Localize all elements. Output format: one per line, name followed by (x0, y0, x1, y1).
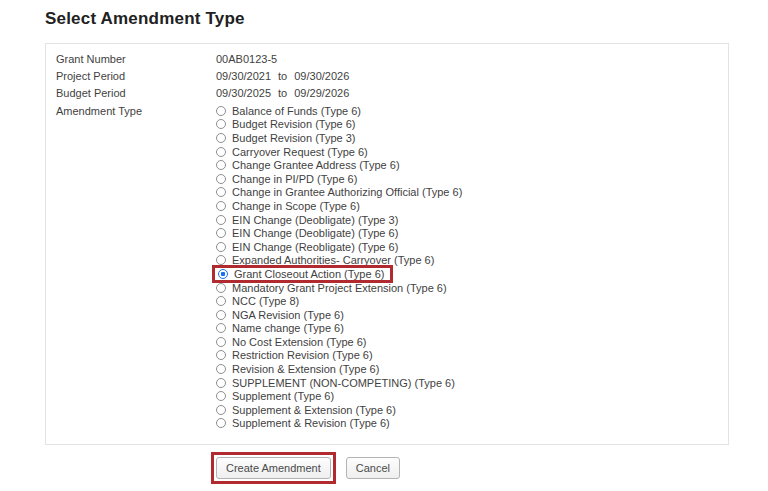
amendment-form-panel: Grant Number 00AB0123-5 Project Period 0… (45, 43, 729, 445)
amendment-option[interactable]: Change in Grantee Authorizing Official (… (216, 186, 462, 200)
radio-button-icon (216, 350, 226, 360)
radio-button-icon (216, 337, 226, 347)
amendment-option-label: NCC (Type 8) (232, 295, 299, 307)
amendment-option[interactable]: EIN Change (Deobligate) (Type 3) (216, 213, 398, 227)
amendment-option-label: Budget Revision (Type 6) (232, 118, 356, 130)
amendment-option-label: Restriction Revision (Type 6) (232, 349, 373, 361)
radio-button-icon (216, 187, 226, 197)
radio-button-icon (216, 174, 226, 184)
amendment-option[interactable]: Change in PI/PD (Type 6) (216, 172, 357, 186)
radio-button-icon (216, 106, 226, 116)
amendment-option[interactable]: Restriction Revision (Type 6) (216, 349, 373, 363)
radio-button-icon (216, 147, 226, 157)
amendment-option-label: Supplement & Extension (Type 6) (232, 404, 396, 416)
radio-button-icon (216, 310, 226, 320)
amendment-option-label: Change Grantee Address (Type 6) (232, 159, 400, 171)
project-period-label: Project Period (56, 70, 216, 82)
project-period-row: Project Period 09/30/2021to09/30/2026 (56, 67, 728, 84)
project-period-end: 09/30/2026 (294, 70, 349, 82)
project-period-value: 09/30/2021to09/30/2026 (216, 70, 349, 82)
amendment-option-label: Change in PI/PD (Type 6) (232, 173, 357, 185)
project-period-start: 09/30/2021 (216, 70, 271, 82)
radio-button-icon (216, 201, 226, 211)
budget-period-connector: to (278, 87, 287, 99)
amendment-option-label: Mandatory Grant Project Extension (Type … (232, 282, 447, 294)
amendment-option[interactable]: NCC (Type 8) (216, 294, 299, 308)
budget-period-label: Budget Period (56, 87, 216, 99)
amendment-option[interactable]: SUPPLEMENT (NON-COMPETING) (Type 6) (216, 376, 455, 390)
radio-button-icon (216, 391, 226, 401)
project-period-connector: to (278, 70, 287, 82)
amendment-option[interactable]: Name change (Type 6) (216, 322, 344, 336)
grant-number-row: Grant Number 00AB0123-5 (56, 50, 728, 67)
amendment-option-label: EIN Change (Deobligate) (Type 3) (232, 214, 398, 226)
budget-period-start: 09/30/2025 (216, 87, 271, 99)
amendment-option-label: Supplement (Type 6) (232, 390, 334, 402)
amendment-option[interactable]: Supplement & Revision (Type 6) (216, 417, 390, 431)
radio-button-icon (218, 269, 228, 279)
budget-period-value: 09/30/2025to09/29/2026 (216, 87, 349, 99)
amendment-option-label: Supplement & Revision (Type 6) (232, 417, 390, 429)
amendment-type-options: Balance of Funds (Type 6) Budget Revisio… (216, 104, 462, 430)
amendment-option-label: No Cost Extension (Type 6) (232, 336, 367, 348)
amendment-option-label: SUPPLEMENT (NON-COMPETING) (Type 6) (232, 377, 455, 389)
radio-button-icon (216, 228, 226, 238)
amendment-option-label: Budget Revision (Type 3) (232, 132, 356, 144)
radio-button-icon (216, 364, 226, 374)
amendment-option-label: Name change (Type 6) (232, 322, 344, 334)
amendment-type-row: Amendment Type Balance of Funds (Type 6)… (56, 104, 728, 430)
radio-button-icon (216, 296, 226, 306)
amendment-option-label: Revision & Extension (Type 6) (232, 363, 379, 375)
budget-period-end: 09/29/2026 (294, 87, 349, 99)
amendment-option[interactable]: EIN Change (Reobligate) (Type 6) (216, 240, 398, 254)
create-amendment-button[interactable]: Create Amendment (216, 457, 331, 479)
radio-button-icon (216, 323, 226, 333)
amendment-type-label: Amendment Type (56, 104, 216, 117)
amendment-option[interactable]: Grant Closeout Action (Type 6) (212, 265, 393, 284)
amendment-option[interactable]: Carryover Request (Type 6) (216, 145, 368, 159)
amendment-option[interactable]: Revision & Extension (Type 6) (216, 362, 379, 376)
amendment-option-label: Balance of Funds (Type 6) (232, 105, 361, 117)
radio-button-icon (216, 378, 226, 388)
radio-button-icon (216, 418, 226, 428)
radio-button-icon (216, 133, 226, 143)
page: Select Amendment Type Grant Number 00AB0… (0, 0, 768, 491)
radio-button-icon (216, 283, 226, 293)
amendment-option-label: Change in Grantee Authorizing Official (… (232, 186, 462, 198)
amendment-option[interactable]: NGA Revision (Type 6) (216, 308, 344, 322)
amendment-option-label: EIN Change (Deobligate) (Type 6) (232, 227, 398, 239)
page-title: Select Amendment Type (45, 9, 245, 29)
radio-button-icon (216, 405, 226, 415)
grant-number-label: Grant Number (56, 53, 216, 65)
amendment-option[interactable]: Change Grantee Address (Type 6) (216, 158, 400, 172)
amendment-option[interactable]: Change in Scope (Type 6) (216, 199, 360, 213)
amendment-option-label: Carryover Request (Type 6) (232, 146, 368, 158)
radio-button-icon (216, 215, 226, 225)
amendment-option[interactable]: No Cost Extension (Type 6) (216, 335, 367, 349)
amendment-option[interactable]: Supplement & Extension (Type 6) (216, 403, 396, 417)
amendment-option-label: NGA Revision (Type 6) (232, 309, 344, 321)
amendment-option[interactable]: Budget Revision (Type 3) (216, 131, 356, 145)
amendment-option[interactable]: EIN Change (Deobligate) (Type 6) (216, 226, 398, 240)
amendment-option-label: Grant Closeout Action (Type 6) (234, 268, 384, 280)
amendment-option-label: EIN Change (Reobligate) (Type 6) (232, 241, 398, 253)
radio-button-icon (216, 160, 226, 170)
budget-period-row: Budget Period 09/30/2025to09/29/2026 (56, 84, 728, 101)
amendment-option[interactable]: Balance of Funds (Type 6) (216, 104, 361, 118)
red-highlight-box-create-button: Create Amendment (211, 452, 336, 484)
radio-button-icon (216, 119, 226, 129)
cancel-button[interactable]: Cancel (346, 457, 400, 479)
action-buttons: Create Amendment Cancel (211, 452, 400, 484)
radio-button-icon (216, 242, 226, 252)
amendment-option-label: Change in Scope (Type 6) (232, 200, 360, 212)
amendment-option[interactable]: Budget Revision (Type 6) (216, 118, 356, 132)
grant-number-value: 00AB0123-5 (216, 53, 277, 65)
amendment-option[interactable]: Supplement (Type 6) (216, 389, 334, 403)
